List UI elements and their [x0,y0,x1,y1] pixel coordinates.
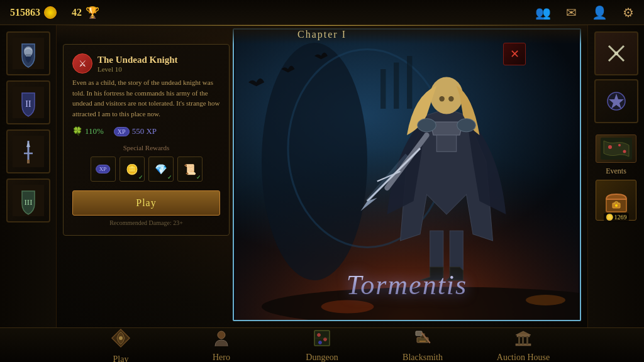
right-item-swords[interactable] [594,31,638,75]
quest-title: The Undead Knight [97,55,178,65]
nav-auction-label: Auction House [497,353,550,362]
chest-coin-value: 1269 [614,214,627,221]
center-image-panel: Tormentis [233,28,581,321]
xp-badge: XP [114,127,130,136]
dungeon-nav-icon [313,329,331,351]
svg-point-44 [623,150,626,153]
trophy-icon: 🏆 [86,6,99,19]
svg-rect-19 [394,63,399,109]
chest-coin-icon: 🪙 [606,214,613,221]
luck-stat: 🍀 110% [72,126,104,136]
chapter-header: Chapter I [57,25,587,44]
svg-rect-60 [522,336,524,344]
svg-point-29 [439,96,444,101]
bottom-nav: Play Hero Dungeon [0,327,644,362]
nav-play-label: Play [113,354,129,362]
hero-nav-icon [212,329,231,351]
game-title: Tormentis [234,269,580,301]
top-bar-actions: 👥 ✉ 👤 ⚙ [535,5,634,20]
gold-icon [44,6,57,19]
svg-rect-9 [27,160,30,163]
svg-rect-55 [416,331,422,336]
events-panel: Events 🪙 1269 [596,134,636,221]
quest-level: Level 10 [97,65,178,73]
sidebar-item-1[interactable] [6,31,50,75]
right-item-skills[interactable] [594,79,638,123]
main-content: Chapter I [57,25,587,327]
settings-icon[interactable]: ⚙ [623,5,634,20]
sidebar-item-2[interactable]: II [6,80,50,124]
xp-value: 550 XP [132,126,157,136]
right-sidebar-top [594,31,638,123]
group-icon[interactable]: 👥 [535,5,551,20]
left-sidebar: II III [0,25,57,327]
reward-scroll-icon: 📜 [184,163,196,175]
events-label: Events [606,167,626,176]
divider-line [57,25,587,26]
nav-item-dungeon[interactable]: Dungeon [272,328,372,362]
svg-point-42 [608,145,612,149]
svg-point-35 [321,300,374,314]
reward-gem-icon: 💎 [155,163,167,175]
nav-hero-label: Hero [213,353,230,362]
nav-item-play[interactable]: Play [70,328,171,362]
nav-item-blacksmith[interactable]: Blacksmith [372,328,473,362]
svg-rect-61 [526,336,528,344]
svg-point-43 [618,144,621,146]
gold-group: 515863 [10,6,57,19]
blacksmith-nav-icon [413,329,432,351]
events-button[interactable] [596,134,636,163]
svg-rect-33 [430,231,443,270]
svg-rect-2 [26,54,31,57]
svg-point-31 [418,119,436,132]
quest-panel: ⚔ The Undead Knight Level 10 Even as a c… [63,44,230,236]
reward-check-3: ✓ [167,174,172,180]
svg-rect-18 [380,69,386,109]
nav-item-auction[interactable]: Auction House [473,328,574,362]
reward-gold-icon: 🪙 [126,163,138,175]
trophy-count: 42 [72,7,82,18]
svg-rect-59 [518,336,520,344]
nav-item-hero[interactable]: Hero [171,328,272,362]
reward-item-3: 💎 ✓ [148,156,174,182]
rewards-row: XP 🪙 ✓ 💎 ✓ 📜 ✓ [72,156,220,182]
nav-blacksmith-label: Blacksmith [402,353,443,362]
reward-item-2: 🪙 ✓ [119,156,145,182]
svg-text:II: II [25,99,31,109]
quest-icon-symbol: ⚔ [79,58,87,69]
play-nav-icon [109,327,132,353]
trophy-group: 42 🏆 [72,6,99,19]
auction-nav-icon [514,329,533,351]
quest-description: Even as a child, the story of the undead… [72,77,220,119]
recommended-damage: Recommended Damage: 23+ [72,219,220,226]
mail-icon[interactable]: ✉ [566,5,577,20]
close-button[interactable]: ✕ [503,43,526,65]
top-bar: 515863 42 🏆 👥 ✉ 👤 ⚙ [0,0,644,25]
quest-icon: ⚔ [72,53,92,74]
svg-point-39 [614,52,618,55]
nav-dungeon-label: Dungeon [306,353,338,362]
clover-icon: 🍀 [72,126,82,136]
svg-rect-20 [407,56,412,109]
quest-stats: 🍀 110% XP 550 XP [72,126,220,136]
luck-value: 110% [85,126,104,136]
right-sidebar: Events 🪙 1269 [587,25,644,327]
play-button[interactable]: Play [72,190,220,216]
svg-rect-34 [450,231,463,270]
close-icon: ✕ [510,47,519,61]
sidebar-item-3[interactable] [6,129,50,173]
svg-point-48 [119,336,123,340]
reward-check-4: ✓ [196,174,201,180]
svg-text:III: III [24,197,32,207]
svg-point-28 [430,77,464,114]
treasure-chest[interactable]: 🪙 1269 [596,180,636,221]
avatar-icon[interactable]: 👤 [592,5,608,20]
reward-xp-icon: XP [96,165,111,173]
svg-point-47 [615,204,618,207]
quest-title-info: The Undead Knight Level 10 [97,55,178,73]
sidebar-item-4[interactable]: III [6,178,50,222]
gold-amount: 515863 [10,7,40,18]
xp-stat: XP 550 XP [114,126,157,136]
special-rewards-label: Special Rewards [72,144,220,151]
chapter-label: Chapter I [297,29,347,40]
